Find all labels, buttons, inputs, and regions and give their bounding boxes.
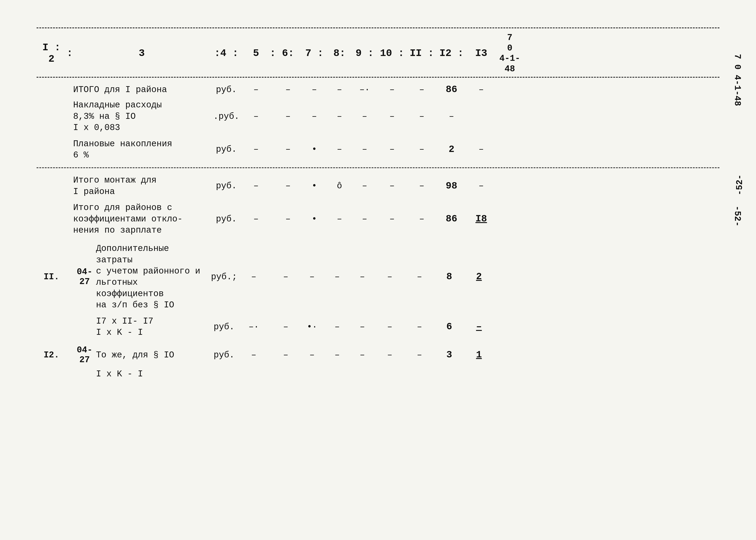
cell-7-3: • — [302, 144, 327, 154]
header-sep1: : — [66, 48, 73, 59]
cell-3-2: Накладные расходы 8,3% на § IO I x 0,083 — [73, 99, 210, 133]
cell-10-7: – — [375, 272, 405, 282]
right-note-52: -52- — [735, 174, 745, 195]
cell-1-7: II. — [37, 272, 66, 282]
row-itogo-1: ИТОГО для I района руб. – – – – –· – – 8… — [37, 78, 719, 97]
formula2-line1: I x K - I — [96, 368, 208, 380]
row-formula-2: I x K - I — [37, 367, 719, 387]
cell-5-9: – — [240, 350, 267, 360]
cell-10-3: – — [377, 144, 407, 154]
nakladnye-line2: 8,3% на § IO — [73, 111, 210, 122]
cell-5-6: – — [242, 214, 270, 224]
row-dopoln: II. 04-27 Дополнительные затраты с учето… — [37, 238, 719, 313]
header-col-4: :4 : — [210, 48, 242, 59]
cell-3-3: Плановые накопления 6 % — [73, 138, 210, 161]
header-row: I : 2 : 3 :4 : 5 : 6: 7 : 8: 9 : 10 : II… — [37, 27, 719, 78]
cell-4-6: руб. — [210, 214, 242, 224]
cell-6-8: – — [272, 322, 299, 332]
cell-9-1: –· — [352, 85, 377, 95]
cell-6-3: – — [274, 144, 302, 154]
cell-12-9: 3 — [434, 349, 464, 360]
header-col-3: 3 — [73, 48, 210, 59]
cell-4-8: руб. — [208, 322, 240, 332]
cell-12-6: 86 — [437, 213, 466, 224]
cell-11-8: – — [405, 322, 434, 332]
tozhe-line1: То же, для § IO — [96, 349, 208, 360]
header-col-5: 5 — [242, 48, 270, 59]
cell-7-6: • — [302, 214, 327, 224]
header-col-9: 9 : — [352, 48, 377, 59]
rajonov-line1: Итого для районов с — [73, 202, 210, 213]
cell-12-1: 86 — [437, 84, 466, 95]
cell-13-5: – — [466, 181, 496, 191]
cell-7-5: • — [302, 181, 327, 191]
cell-8-6: – — [327, 214, 352, 224]
cell-3-7: Дополнительные затраты с учетом районног… — [96, 243, 208, 311]
formula1-line1: I7 x II- I7 — [96, 316, 208, 327]
nakladnye-line3: I x 0,083 — [73, 122, 210, 133]
rajonov-line2: коэффициентами откло- — [73, 213, 210, 225]
cell-2-9: 04-27 — [73, 345, 96, 365]
rajonov-line3: нения по зарплате — [73, 225, 210, 236]
header-col-10: 10 : — [377, 48, 407, 59]
cell-1-9: I2. — [37, 350, 66, 360]
cell-12-5: 98 — [437, 181, 466, 192]
cell-11-3: – — [407, 144, 437, 154]
right-note-1: 704-1-48 — [496, 33, 524, 74]
cell-6-6: – — [274, 214, 302, 224]
content-area: ИТОГО для I района руб. – – – – –· – – 8… — [37, 78, 719, 387]
cell-4-9: руб. — [208, 350, 240, 360]
cell-13-7: 2 — [464, 271, 494, 282]
cell-4-7: руб.; — [208, 272, 240, 282]
cell-8-9: – — [325, 350, 350, 360]
cell-5-8: –· — [240, 322, 267, 332]
header-col-12: I2 : — [437, 48, 466, 59]
cell-5-1: – — [242, 85, 270, 95]
cell-7-1: – — [302, 85, 327, 95]
cell-6-5: – — [274, 181, 302, 191]
cell-7-8: •· — [299, 322, 325, 332]
cell-5-2: – — [242, 111, 270, 121]
header-col-8: 8: — [327, 48, 352, 59]
dopoln-line3: льготных коэффициентов — [96, 277, 208, 299]
dopoln-line1: Дополнительные затраты — [96, 243, 208, 266]
dashed-separator-1 — [37, 167, 719, 168]
cell-3-1: ИТОГО для I района — [73, 85, 210, 95]
cell-10-2: – — [377, 111, 407, 121]
cell-11-2: – — [407, 111, 437, 121]
cell-9-6: – — [352, 214, 377, 224]
cell-5-5: – — [242, 181, 270, 191]
planovye-line1: Плановые накопления — [73, 138, 210, 149]
cell-4-2: .руб. — [210, 111, 242, 121]
cell-13-1: – — [466, 85, 496, 95]
cell-4-5: руб. — [210, 181, 242, 191]
cell-3-9: То же, для § IO — [96, 349, 208, 360]
montazh-line2: I района — [73, 186, 210, 197]
cell-10-9: – — [375, 350, 405, 360]
page: I : 2 : 3 :4 : 5 : 6: 7 : 8: 9 : 10 : II… — [0, 0, 756, 540]
right-note-52-abs: -52- — [732, 206, 742, 226]
montazh-line1: Итого монтаж для — [73, 175, 210, 186]
cell-9-9: – — [350, 350, 375, 360]
cell-3-10: I x K - I — [96, 368, 208, 380]
cell-8-5: ô — [327, 181, 352, 191]
header-col-11: II : — [407, 48, 437, 59]
row-formula-1: I7 x II- I7 I x K - I руб. –· – •· – – –… — [37, 313, 719, 341]
right-note-7041: 7 0 4-1-48 — [732, 46, 742, 114]
header-col-6: 6: — [274, 48, 302, 59]
header-sep5: : — [270, 48, 274, 59]
cell-13-9: 1 — [464, 349, 494, 360]
formula1-line2: I x K - I — [96, 327, 208, 338]
cell-8-2: – — [327, 111, 352, 121]
cell-6-7: – — [272, 272, 299, 282]
cell-4-3: руб. — [210, 144, 242, 154]
dopoln-line2: с учетом районного и — [96, 266, 208, 277]
cell-13-6: I8 — [466, 213, 496, 224]
cell-10-6: – — [377, 214, 407, 224]
cell-7-9: – — [299, 350, 325, 360]
cell-10-8: – — [375, 322, 405, 332]
cell-9-5: – — [352, 181, 377, 191]
right-margin-top: 704-1-48 — [496, 33, 524, 74]
cell-10-5: – — [377, 181, 407, 191]
dopoln-line4: на з/п без § IO — [96, 299, 208, 311]
